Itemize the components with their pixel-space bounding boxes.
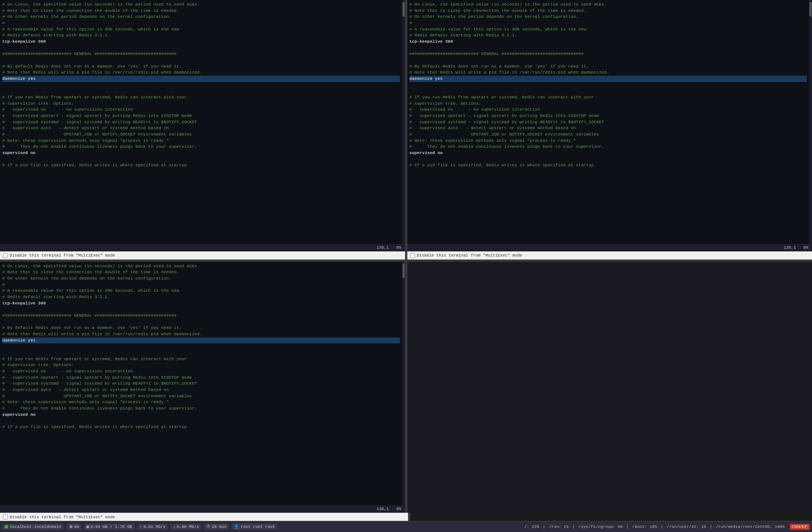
bottom-left-panel: # On Linux, the specified value (in seco…	[0, 262, 405, 513]
bottom-left-inner: # On Linux, the specified value (in seco…	[0, 262, 405, 506]
taskbar-sep5: |	[710, 525, 712, 529]
bottom-left-scroll-thumb[interactable]	[402, 263, 405, 278]
top-right-pct: 9%	[803, 245, 808, 250]
taskbar-mem: ▦ 0.84 GB / 1.78 GB	[84, 523, 134, 530]
top-left-panel: # On Linux, the specified value (in seco…	[0, 0, 405, 251]
top-right-terminal[interactable]: # On Linux, the specified value (in seco…	[407, 0, 809, 170]
top-right-scroll[interactable]: # On Linux, the specified value (in seco…	[407, 0, 809, 244]
bottom-left-multiexec-label: Disable this terminal from "MultiExec" m…	[10, 515, 115, 519]
disk4: /boot: 18%	[632, 525, 657, 529]
bottom-left-multiexec: Disable this terminal from "MultiExec" m…	[0, 513, 408, 521]
taskbar-sep3: |	[626, 525, 629, 529]
bottom-left-scroll[interactable]: # On Linux, the specified value (in seco…	[0, 262, 402, 506]
top-right-inner: # On Linux, the specified value (in seco…	[407, 0, 812, 244]
top-left-multiexec: Disable this terminal from "MultiExec" m…	[0, 251, 405, 260]
bottom-panels: # On Linux, the specified value (in seco…	[0, 262, 812, 513]
time-icon: ⏱	[206, 524, 211, 529]
top-right-scroll-thumb[interactable]	[809, 2, 812, 17]
taskbar-time: ⏱ 28 min	[204, 523, 229, 530]
bottom-left-statusbar: 136,1 9%	[0, 505, 405, 513]
bottom-left-pos: 136,1	[376, 507, 389, 511]
csdn-badge[interactable]: CSDN专栏	[790, 524, 810, 530]
top-right-scrollbar[interactable]	[809, 0, 812, 244]
taskbar-user: 👤 root root root	[232, 523, 277, 530]
top-left-pos: 136,1	[376, 245, 389, 250]
top-panels: # On Linux, the specified value (in seco…	[0, 0, 812, 251]
top-right-statusbar: 136,1 9%	[407, 244, 812, 251]
bottom-left-scrollbar[interactable]	[402, 262, 405, 506]
taskbar-sep4: |	[661, 525, 663, 529]
net-down-value: 0.00 Mb/s	[177, 525, 199, 529]
top-left-scroll[interactable]: # On Linux, the specified value (in seco…	[0, 0, 402, 244]
top-right-multiexec-checkbox[interactable]	[410, 253, 415, 258]
taskbar-net-up: ↑ 0.01 Mb/s	[137, 524, 168, 530]
taskbar-right: /: 23% | /run: 1% | /sys/fs/cgroup: 0% |…	[524, 524, 810, 530]
bottom-right-space	[410, 513, 812, 521]
multiexec-row-top: Disable this terminal from "MultiExec" m…	[0, 251, 812, 260]
top-right-panel: # On Linux, the specified value (in seco…	[407, 0, 812, 251]
user-value: root root root	[241, 525, 275, 529]
taskbar-cpu: 🖥 0%	[66, 523, 81, 530]
cpu-value: 0%	[74, 525, 79, 529]
taskbar: localhost.localdomain 🖥 0% ▦ 0.84 GB / 1…	[0, 521, 812, 532]
bottom-left-multiexec-checkbox[interactable]	[3, 515, 8, 519]
disk6: /run/media/root/CentOS: 100%	[716, 525, 785, 529]
top-left-scrollbar[interactable]	[402, 0, 405, 244]
taskbar-sep2: |	[572, 525, 575, 529]
top-right-pos: 136,1	[784, 245, 796, 250]
time-value: 28 min	[212, 525, 227, 529]
top-right-multiexec-label: Disable this terminal from "MultiExec" m…	[417, 253, 522, 258]
net-up-icon: ↑	[140, 525, 142, 529]
disk5: /run/user/42: 1%	[667, 525, 706, 529]
net-up-value: 0.01 Mb/s	[143, 525, 165, 529]
disk2: /run: 1%	[549, 525, 568, 529]
mem-icon: ▦	[87, 524, 89, 529]
bottom-right-panel	[407, 262, 812, 513]
top-left-multiexec-checkbox[interactable]	[3, 253, 8, 258]
top-left-inner: # On Linux, the specified value (in seco…	[0, 0, 405, 244]
taskbar-sep1: |	[543, 525, 545, 529]
disk3: /sys/fs/cgroup: 0%	[578, 525, 623, 529]
host-status-dot	[4, 525, 8, 529]
top-left-statusbar: 136,1 9%	[0, 244, 405, 251]
top-left-multiexec-label: Disable this terminal from "MultiExec" m…	[10, 253, 115, 258]
taskbar-net-down: ↓ 0.00 Mb/s	[171, 524, 201, 530]
top-left-scroll-thumb[interactable]	[402, 2, 405, 17]
net-down-icon: ↓	[173, 525, 176, 529]
top-left-pct: 9%	[396, 245, 401, 250]
user-icon: 👤	[234, 524, 239, 529]
multiexec-row-bottom: Disable this terminal from "MultiExec" m…	[0, 513, 812, 521]
bottom-left-pct: 9%	[396, 507, 401, 511]
top-right-multiexec: Disable this terminal from "MultiExec" m…	[407, 251, 812, 260]
mem-value: 0.84 GB / 1.78 GB	[90, 525, 132, 529]
main-area: # On Linux, the specified value (in seco…	[0, 0, 812, 532]
cpu-icon: 🖥	[69, 524, 73, 529]
host-label: localhost.localdomain	[10, 525, 61, 529]
bottom-left-terminal[interactable]: # On Linux, the specified value (in seco…	[0, 262, 402, 432]
taskbar-host[interactable]: localhost.localdomain	[2, 524, 63, 530]
disk1: /: 23%	[524, 525, 539, 529]
top-left-terminal[interactable]: # On Linux, the specified value (in seco…	[0, 0, 402, 170]
